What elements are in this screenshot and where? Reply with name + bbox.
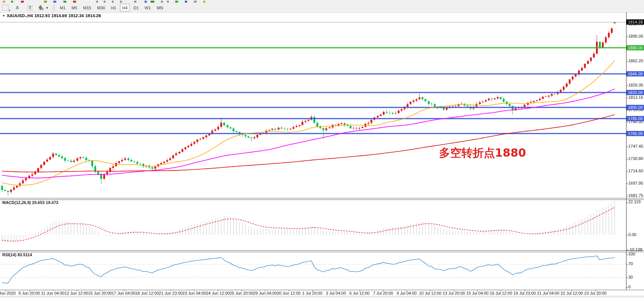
axis-tick-mark (626, 254, 628, 255)
time-tick-mark (53, 290, 53, 291)
toolbar-icon-fragment (194, 1, 197, 3)
axis-tick-mark (626, 147, 628, 147)
toolbar-icon-fragment (161, 1, 163, 3)
toolbar-icon-fragment (134, 1, 136, 3)
time-tick-mark (572, 290, 572, 291)
panel-separator-macd-rsi[interactable] (0, 250, 644, 252)
price-axis-tick: 0 (628, 285, 631, 289)
time-tick-mark (477, 290, 478, 291)
time-axis-label: 22 Jul 12:00 (561, 291, 583, 295)
status-strip (0, 296, 644, 298)
time-tick-mark (242, 290, 242, 291)
axis-tick-mark (626, 85, 628, 86)
time-tick-mark (407, 290, 407, 291)
time-tick-mark (29, 290, 29, 291)
time-axis-label: 23 Jul 20:00 (584, 291, 607, 295)
timeframe-button-m5[interactable]: M5 (69, 4, 79, 12)
toolbar-icon-fragment (120, 1, 122, 3)
mt4-window: A T ▾ M1M5M15M30H1H4D1W1MN ▼XAUUSD-,H419… (0, 0, 644, 298)
price-axis-tick: 1681.75 (628, 193, 643, 198)
timeframe-button-h1[interactable]: H1 (109, 4, 119, 12)
time-axis-label: 15 Jul 04:00 (466, 291, 489, 295)
time-axis-label: 24 Jun 12:00 (206, 291, 230, 295)
timeframe-button-d1[interactable]: D1 (131, 4, 141, 12)
time-tick-mark (454, 290, 454, 291)
text-label-tool-button[interactable]: T (26, 3, 34, 12)
time-axis-label: 1 Jul 20:00 (302, 291, 322, 295)
panel-separator-main-macd[interactable] (0, 198, 644, 200)
time-axis-label: 11 Jun 04:00 (41, 291, 64, 295)
time-axis-label: 16 Jul 12:00 (490, 291, 512, 295)
toolbar-icon-fragment (145, 1, 147, 3)
price-axis-tick: 30 (628, 275, 633, 279)
arrows-tool-button[interactable]: ▾ (38, 3, 50, 12)
price-axis-border (626, 12, 626, 290)
axis-tick-mark (626, 196, 628, 196)
hline-price-label[interactable]: 1800.00 (626, 105, 644, 110)
time-tick-mark (147, 290, 148, 291)
time-axis-label: 25 Jun 20:00 (230, 291, 253, 295)
price-axis-tick: 1714.60 (628, 169, 643, 173)
timeframe-button-h4[interactable]: H4 (120, 4, 130, 12)
time-tick-mark (596, 290, 596, 291)
toolbar-icon-fragment (203, 1, 205, 3)
axis-tick-mark (626, 98, 628, 98)
text-a-tool-button[interactable]: A (13, 3, 22, 12)
axis-tick-mark (626, 264, 628, 264)
hline-price-label[interactable]: 1785.00 (626, 116, 644, 121)
timeframe-button-m1[interactable]: M1 (58, 4, 68, 12)
axis-tick-mark (626, 37, 628, 37)
toolbar-icon-fragment (96, 1, 98, 3)
hline-price-label[interactable]: 1845.00 (626, 71, 644, 76)
time-tick-mark (360, 290, 360, 291)
price-axis-tick: 1747.45 (628, 144, 643, 148)
arrows-diamond-small-icon (41, 8, 44, 10)
toolbar-icon-fragment (175, 1, 178, 3)
panel-separator-rsi-time (0, 290, 644, 290)
timeframe-button-mn[interactable]: MN (155, 4, 165, 12)
axis-tick-mark (626, 61, 628, 62)
time-axis-label: 15 Jun 20:00 (88, 291, 112, 295)
chart-toolbar: A T ▾ M1M5M15M30H1H4D1W1MN (0, 3, 644, 13)
timeframe-button-w1[interactable]: W1 (142, 4, 153, 12)
time-tick-mark (100, 290, 100, 291)
time-axis-label: 9 Jun 20:00 (19, 291, 40, 295)
hline-price-label[interactable]: 1765.00 (626, 131, 644, 136)
time-axis-label: 10 Jul 12:00 (419, 291, 441, 295)
time-axis-label: 21 Jun 23:00 (159, 291, 183, 295)
time-tick-mark (171, 290, 171, 291)
price-axis-tick: 1895.05 (628, 34, 643, 38)
price-axis-tick: 22.119 (628, 200, 641, 204)
time-axis-label: 6 Jul 12:00 (350, 291, 370, 295)
axis-tick-mark (626, 202, 628, 203)
chevron-down-icon[interactable]: ▾ (46, 6, 48, 10)
chart-annotation-text: 多空转折点1880 (439, 145, 526, 161)
price-axis-tick: 1829.35 (628, 83, 643, 87)
toolbar-icon-fragment (44, 1, 47, 3)
grid-period-tool-button[interactable] (0, 3, 9, 12)
price-axis-tick: 70 (628, 261, 633, 266)
toolbar-icon-fragment (104, 1, 105, 3)
hline-price-label[interactable]: 1820.00 (626, 90, 644, 95)
time-tick-mark (218, 290, 218, 291)
grid-f-icon (2, 5, 9, 10)
time-axis-label: 3 Jul 04:00 (326, 291, 346, 295)
time-tick-mark (194, 290, 195, 291)
main-chart-canvas[interactable] (0, 12, 626, 290)
toolbar-icon-fragment (167, 1, 169, 3)
time-axis-label: 12 Jun 12:00 (64, 291, 88, 295)
toolbar-icon-fragment (53, 1, 56, 3)
time-axis-label: 29 Jun 04:00 (253, 291, 277, 295)
toolbar-icon-fragment (73, 1, 76, 3)
time-axis-label: 9 Jul 04:00 (397, 291, 417, 295)
timeframe-button-m30[interactable]: M30 (95, 4, 107, 12)
time-axis-label: 13 Jul 20:00 (443, 291, 465, 295)
hline-price-label[interactable]: 1880.00 (626, 45, 644, 50)
time-tick-mark (6, 290, 6, 291)
timeframe-button-m15[interactable]: M15 (81, 4, 93, 12)
time-axis-label: 19 Jul 23:00 (514, 291, 536, 295)
time-axis-label: 23 Jun 04:00 (183, 291, 206, 295)
toolbar-icon-fragment (185, 1, 187, 3)
axis-tick-mark (626, 110, 628, 110)
time-tick-mark (124, 290, 124, 291)
